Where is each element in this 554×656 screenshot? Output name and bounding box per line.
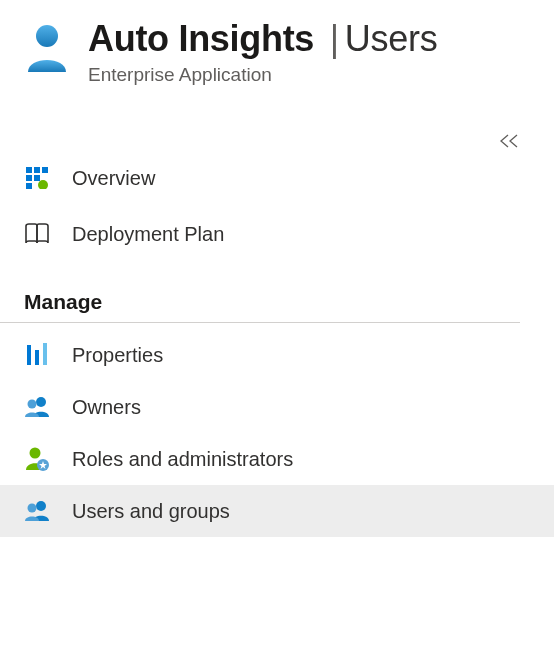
page-title: Auto Insights |Users [88, 18, 554, 60]
nav-item-overview[interactable]: Overview [0, 152, 554, 204]
nav-item-properties[interactable]: Properties [0, 329, 554, 381]
page-name: Users [345, 18, 438, 59]
nav-label: Properties [72, 344, 163, 367]
deployment-plan-book-icon [24, 221, 50, 247]
section-label-manage: Manage [0, 280, 520, 323]
nav-label: Users and groups [72, 500, 230, 523]
nav-item-deployment-plan[interactable]: Deployment Plan [0, 208, 554, 260]
svg-rect-9 [35, 350, 39, 365]
svg-point-11 [36, 397, 46, 407]
page-header: Auto Insights |Users Enterprise Applicat… [0, 0, 554, 86]
nav-item-roles[interactable]: Roles and administrators [0, 433, 554, 485]
svg-point-7 [38, 180, 48, 189]
nav-label: Owners [72, 396, 141, 419]
nav-label: Overview [72, 167, 155, 190]
roles-admin-icon [24, 446, 50, 472]
sidebar-nav: Overview Deployment Plan Manage Properti… [0, 152, 554, 537]
svg-rect-2 [34, 167, 40, 173]
nav-label: Roles and administrators [72, 448, 293, 471]
owners-people-icon [24, 394, 50, 420]
page-subtitle: Enterprise Application [88, 64, 554, 86]
app-name: Auto Insights [88, 18, 314, 59]
app-person-icon [24, 22, 70, 78]
svg-rect-3 [42, 167, 48, 173]
properties-sliders-icon [24, 342, 50, 368]
svg-rect-1 [26, 167, 32, 173]
nav-item-users-groups[interactable]: Users and groups [0, 485, 554, 537]
users-groups-people-icon [24, 498, 50, 524]
svg-rect-10 [43, 343, 47, 365]
svg-point-15 [36, 501, 46, 511]
svg-rect-8 [27, 345, 31, 365]
svg-point-13 [30, 448, 41, 459]
svg-rect-6 [26, 183, 32, 189]
svg-point-16 [28, 504, 37, 513]
title-separator: | [330, 18, 339, 59]
svg-point-0 [36, 25, 58, 47]
nav-item-owners[interactable]: Owners [0, 381, 554, 433]
svg-rect-4 [26, 175, 32, 181]
collapse-sidebar-button[interactable] [498, 134, 520, 152]
svg-rect-5 [34, 175, 40, 181]
overview-grid-icon [24, 165, 50, 191]
nav-label: Deployment Plan [72, 223, 224, 246]
svg-point-12 [28, 400, 37, 409]
